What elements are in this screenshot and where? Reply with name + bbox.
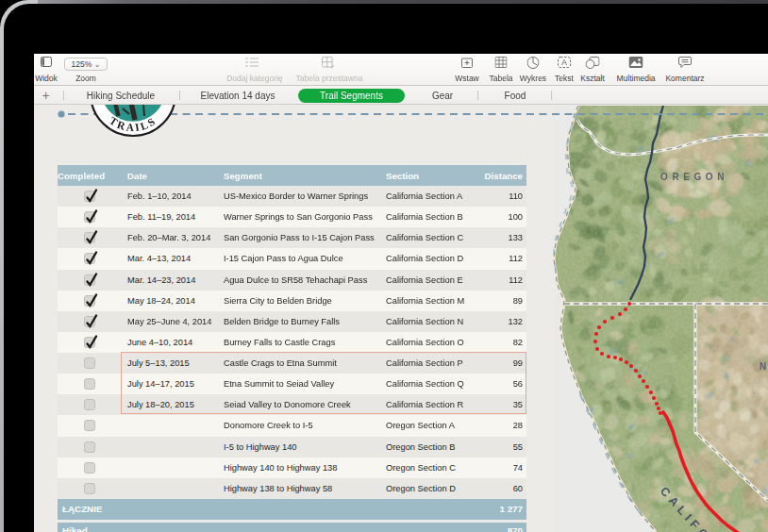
- svg-text:OREGON: OREGON: [660, 172, 728, 182]
- svg-text:NE: NE: [760, 361, 768, 372]
- svg-text:A: A: [561, 58, 567, 67]
